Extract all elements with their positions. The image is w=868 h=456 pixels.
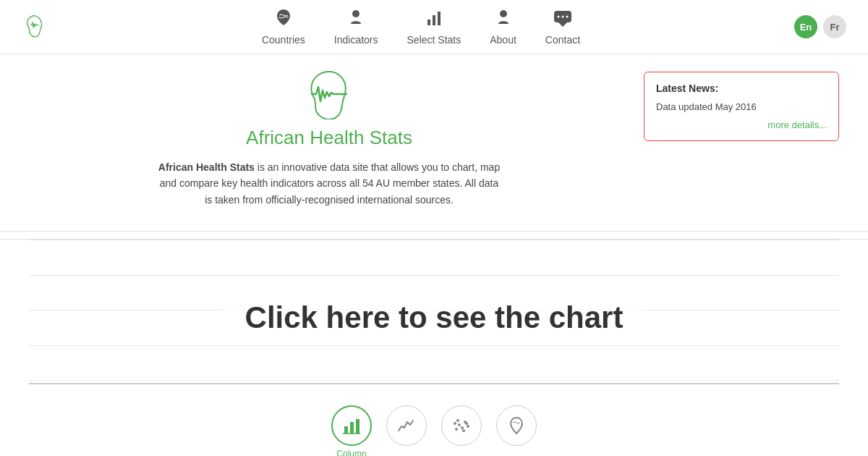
chart-section: Click here to see the chart Column [0, 239, 868, 456]
line-chart-icon [397, 416, 416, 435]
chart-type-line-button[interactable] [386, 405, 427, 446]
svg-point-0 [352, 10, 359, 17]
svg-rect-10 [344, 426, 348, 434]
nav-indicators-label: Indicators [334, 34, 378, 46]
hero-logo-icon [300, 69, 358, 119]
nav-contact-label: Contact [545, 34, 580, 46]
nav-item-select-stats[interactable]: Select Stats [407, 8, 461, 46]
chart-type-scatter-button[interactable] [441, 405, 482, 446]
countries-icon [274, 8, 293, 31]
chart-type-line-group [386, 405, 427, 456]
svg-point-9 [566, 16, 568, 18]
scatter-chart-icon [452, 416, 471, 435]
about-icon [494, 8, 513, 31]
hero-section: African Health Stats African Health Stat… [0, 54, 868, 222]
nav-countries-label: Countries [262, 34, 305, 46]
svg-point-4 [500, 10, 507, 17]
chart-type-map-group [496, 405, 537, 456]
chart-overlay[interactable]: Click here to see the chart [29, 240, 839, 395]
hero-center: African Health Stats African Health Stat… [29, 69, 629, 208]
svg-point-18 [467, 425, 469, 428]
svg-point-7 [557, 16, 559, 18]
svg-point-15 [458, 423, 461, 426]
svg-point-19 [456, 419, 459, 422]
chart-wrapper[interactable]: Click here to see the chart [29, 240, 839, 395]
map-chart-icon [507, 416, 526, 435]
news-title: Latest News: [656, 83, 827, 94]
site-description: African Health Stats is an innovative da… [156, 159, 503, 208]
nav-about-label: About [490, 34, 516, 46]
svg-rect-1 [427, 20, 430, 25]
news-link[interactable]: more details... [767, 119, 827, 130]
indicators-icon [346, 8, 365, 31]
nav-item-indicators[interactable]: Indicators [334, 8, 378, 46]
lang-en-button[interactable]: En [794, 15, 817, 38]
language-switcher: En Fr [794, 15, 846, 38]
svg-marker-6 [558, 22, 567, 27]
description-brand: African Health Stats [158, 161, 255, 173]
chart-overlay-text[interactable]: Click here to see the chart [224, 293, 645, 342]
column-chart-icon [342, 416, 361, 435]
logo [22, 14, 48, 40]
chart-type-row: Column [0, 405, 868, 456]
svg-point-21 [465, 422, 468, 425]
site-logo [300, 69, 358, 122]
chart-type-scatter-group [441, 405, 482, 456]
site-title: African Health Stats [246, 127, 412, 149]
main-nav: Countries Indicators Select Stats [262, 8, 580, 46]
chart-type-column-label: Column [336, 449, 366, 456]
svg-point-16 [461, 426, 464, 429]
select-stats-icon [425, 8, 443, 31]
svg-point-20 [462, 429, 465, 432]
chart-type-map-button[interactable] [496, 405, 537, 446]
section-divider [0, 231, 868, 232]
nav-item-contact[interactable]: Contact [545, 8, 580, 46]
news-body: Data updated May 2016 [656, 101, 827, 112]
nav-item-countries[interactable]: Countries [262, 8, 305, 46]
chart-type-column-group: Column [331, 405, 372, 456]
svg-rect-2 [433, 15, 435, 25]
chart-type-column-button[interactable] [331, 405, 372, 446]
svg-point-14 [455, 428, 458, 431]
lang-fr-button[interactable]: Fr [823, 15, 846, 38]
logo-icon [22, 14, 48, 40]
svg-rect-3 [438, 12, 441, 25]
contact-icon [553, 8, 573, 31]
svg-rect-12 [356, 419, 359, 434]
svg-point-22 [454, 422, 456, 425]
nav-select-stats-label: Select Stats [407, 34, 461, 46]
news-card: Latest News: Data updated May 2016 more … [644, 72, 839, 141]
nav-item-about[interactable]: About [490, 8, 516, 46]
svg-point-8 [561, 16, 563, 18]
header: Countries Indicators Select Stats [0, 0, 868, 54]
svg-rect-11 [350, 422, 354, 434]
